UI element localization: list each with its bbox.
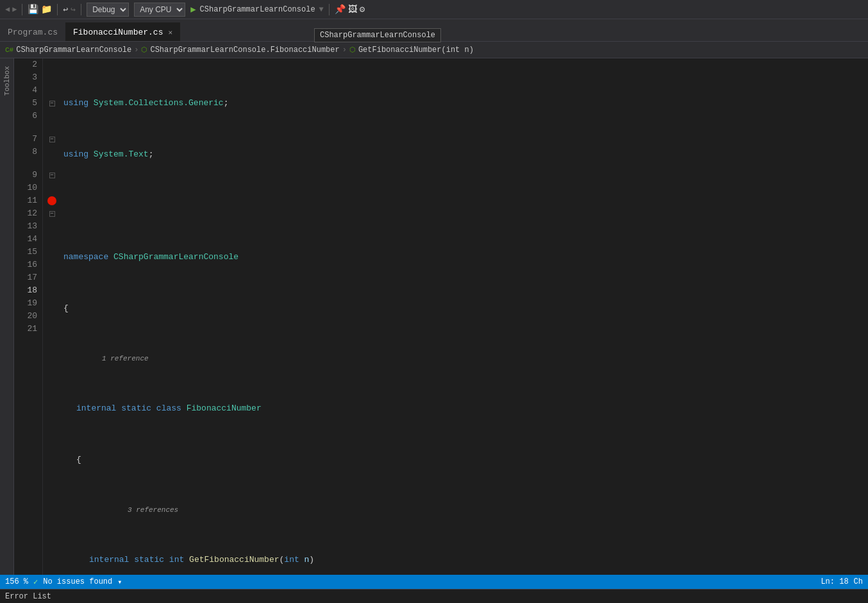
collapse-method[interactable]: − bbox=[49, 173, 55, 178]
gutter-4 bbox=[43, 84, 61, 97]
token-space bbox=[88, 97, 94, 110]
gutter-ref2 bbox=[43, 158, 61, 169]
tabbar: Program.cs FibonacciNumber.cs ✕ bbox=[0, 19, 868, 42]
start-debug-button[interactable]: ▶ bbox=[190, 4, 196, 15]
token-brace-8: { bbox=[76, 454, 81, 466]
gutter-ref1 bbox=[43, 123, 61, 133]
redo-icon[interactable]: ↪ bbox=[71, 4, 76, 15]
gutter-6 bbox=[43, 110, 61, 123]
screenshot-icon[interactable]: 🖼 bbox=[348, 4, 357, 15]
close-tab-icon[interactable]: ✕ bbox=[168, 28, 172, 37]
gutter-8 bbox=[43, 146, 61, 158]
pin-icon[interactable]: 📌 bbox=[335, 4, 346, 15]
gutter-18 bbox=[43, 284, 61, 297]
config-dropdown[interactable]: Debug bbox=[87, 3, 129, 17]
breadcrumb-method[interactable]: GetFibonacciNumber(int n) bbox=[358, 46, 474, 55]
s bbox=[184, 554, 189, 566]
token-ns-3: System.Text bbox=[94, 148, 149, 161]
ln-17: 17 bbox=[19, 271, 37, 284]
ln-7: 7 bbox=[19, 133, 37, 146]
token-using-2: using bbox=[63, 97, 88, 110]
token-method-9: GetFibonacciNumber bbox=[189, 554, 279, 566]
token-static-9: static bbox=[134, 554, 164, 566]
collapse-class[interactable]: − bbox=[49, 137, 55, 142]
zoom-level[interactable]: 156 % bbox=[5, 577, 28, 586]
nav-forward-icon[interactable]: ▶ bbox=[12, 4, 17, 14]
code-line-6: { bbox=[63, 302, 868, 315]
breadcrumb-class[interactable]: CSharpGrammarLearnConsole.FibonacciNumbe… bbox=[150, 46, 339, 55]
ln-6: 6 bbox=[19, 110, 37, 123]
col-info: Ch bbox=[854, 577, 863, 586]
start-dropdown-icon[interactable]: ▼ bbox=[319, 5, 324, 14]
ln-16: 16 bbox=[19, 259, 37, 271]
code-area: 2 3 4 5 6 7 8 9 10 11 12 13 14 15 16 17 bbox=[14, 58, 868, 575]
code-editor[interactable]: 2 3 4 5 6 7 8 9 10 11 12 13 14 15 16 17 bbox=[14, 58, 868, 575]
gutter-12: − bbox=[43, 207, 61, 220]
code-content[interactable]: using System.Collections.Generic; using … bbox=[61, 58, 868, 575]
token-space bbox=[88, 148, 94, 161]
save-icon[interactable]: 💾 bbox=[28, 4, 38, 15]
tab-program-cs[interactable]: Program.cs bbox=[0, 22, 65, 41]
breakpoint-11[interactable] bbox=[47, 196, 56, 205]
nav-back-icon[interactable]: ◀ bbox=[5, 4, 10, 14]
status-left: 156 % ✓ No issues found ▾ bbox=[5, 577, 122, 587]
toolbox-panel[interactable]: Toolbox bbox=[0, 58, 14, 575]
code-line-2: using System.Collections.Generic; bbox=[63, 97, 868, 110]
check-icon: ✓ bbox=[33, 577, 38, 587]
ln-13: 13 bbox=[19, 220, 37, 233]
ln-9: 9 bbox=[19, 169, 37, 182]
gutter-11 bbox=[43, 194, 61, 207]
gutter-16 bbox=[43, 259, 61, 271]
gutter-21 bbox=[43, 323, 61, 335]
error-list-panel: Error List bbox=[0, 589, 868, 603]
ln-11: 11 bbox=[19, 194, 37, 207]
gutter-5: − bbox=[43, 97, 61, 110]
filter-icon[interactable]: ▾ bbox=[117, 577, 122, 587]
ref-info-2: 3 references bbox=[63, 505, 868, 515]
ln-2: 2 bbox=[19, 58, 37, 71]
token-brace-6: { bbox=[63, 302, 69, 315]
token-space bbox=[108, 251, 113, 264]
separator bbox=[329, 4, 330, 15]
s bbox=[299, 554, 305, 566]
token-semi-3: ; bbox=[149, 148, 154, 161]
gutter-14 bbox=[43, 233, 61, 246]
tab-fibonacci-cs[interactable]: FibonacciNumber.cs ✕ bbox=[65, 22, 180, 41]
s bbox=[181, 402, 187, 415]
platform-dropdown[interactable]: Any CPU bbox=[134, 3, 185, 17]
s bbox=[151, 402, 156, 415]
token-internal-7: internal bbox=[76, 402, 116, 415]
line-numbers: 2 3 4 5 6 7 8 9 10 11 12 13 14 15 16 17 bbox=[14, 58, 43, 575]
start-label[interactable]: CSharpGrammarLearnConsole bbox=[200, 5, 315, 14]
ln-3: 3 bbox=[19, 71, 37, 84]
collapse-if[interactable]: − bbox=[49, 211, 55, 217]
gutter-13 bbox=[43, 220, 61, 233]
collapse-namespace[interactable]: − bbox=[49, 101, 55, 106]
gutter: − − − − bbox=[43, 58, 61, 575]
open-icon[interactable]: 📁 bbox=[41, 4, 52, 15]
more-tools-icon[interactable]: ⚙ bbox=[360, 4, 365, 15]
breadcrumb-namespace-icon: ⬡ bbox=[141, 46, 147, 54]
gutter-17 bbox=[43, 271, 61, 284]
separator bbox=[22, 4, 22, 15]
undo-icon[interactable]: ↩ bbox=[63, 4, 68, 15]
gutter-19 bbox=[43, 297, 61, 310]
gutter-2 bbox=[43, 58, 61, 71]
token-using-3: using bbox=[63, 148, 88, 161]
breadcrumb-project[interactable]: CSharpGrammarLearnConsole bbox=[16, 46, 131, 55]
line-info: Ln: 18 bbox=[821, 577, 848, 586]
ln-10: 10 bbox=[19, 182, 37, 194]
no-issues-text: No issues found bbox=[43, 577, 112, 586]
token-classname-7: FibonacciNumber bbox=[187, 402, 262, 415]
titlebar: ◀ ▶ 💾 📁 ↩ ↪ Debug Any CPU ▶ CSharpGramma… bbox=[0, 0, 868, 19]
ln-5: 5 bbox=[19, 97, 37, 110]
toolbox-label: Toolbox bbox=[3, 66, 11, 96]
breadcrumb-method-icon: ⬡ bbox=[349, 46, 356, 54]
code-line-4 bbox=[63, 200, 868, 212]
ref-info-1: 1 reference bbox=[63, 353, 868, 364]
breadcrumb-sep-1: › bbox=[134, 46, 138, 55]
ln-20: 20 bbox=[19, 310, 37, 323]
breadcrumb-sep-2: › bbox=[342, 46, 347, 55]
token-semi-2: ; bbox=[224, 97, 229, 110]
error-list-label[interactable]: Error List bbox=[5, 592, 51, 601]
